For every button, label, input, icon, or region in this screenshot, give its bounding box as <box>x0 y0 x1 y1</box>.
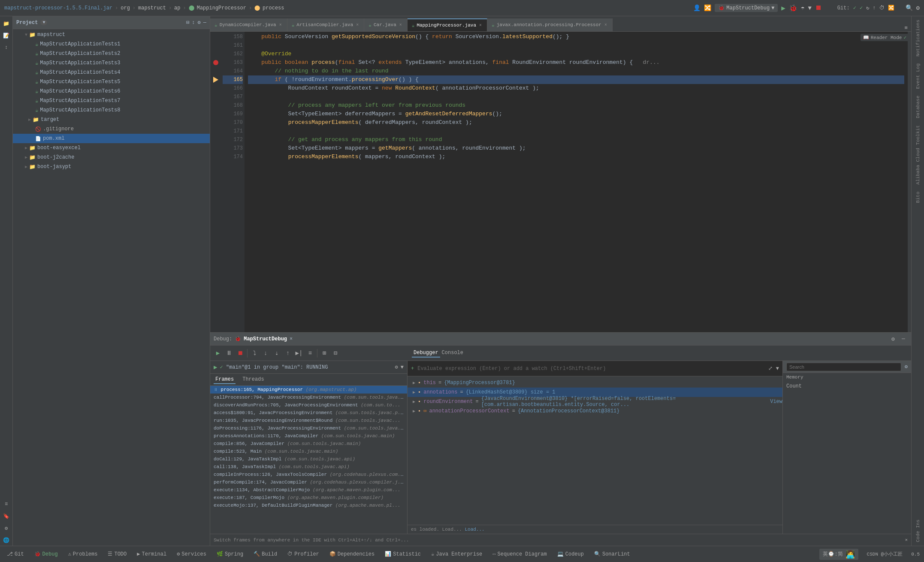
tab-javax-processor[interactable]: ☕ javax.annotation.processing.Processor … <box>487 18 613 31</box>
right-sidebar-notifications[interactable]: Notifications <box>915 16 921 60</box>
right-sidebar-alibaba[interactable]: Alibaba Cloud Toolkit <box>915 122 921 188</box>
stop-debug-btn[interactable]: ⏹ <box>235 348 245 358</box>
frame-item-10[interactable]: call:138, JavaTaskImpl (com.sun.tools.ja… <box>210 463 407 471</box>
status-todo[interactable]: ☰ TODO <box>105 550 129 558</box>
bookmarks-icon[interactable]: 🔖 <box>1 511 12 522</box>
tree-item-test3[interactable]: ☕ MapStructApplicationTests3 <box>13 58 210 68</box>
web-icon[interactable]: 🌐 <box>1 535 12 546</box>
expr-plus-icon[interactable]: + <box>411 366 414 372</box>
debug-settings-icon[interactable]: ⚙ <box>889 335 897 343</box>
status-build[interactable]: 🔨 Build <box>251 550 280 558</box>
tab-mapping-processor[interactable]: ☕ MappingProcessor.java × <box>408 18 487 31</box>
frame-item-0[interactable]: ⏸ process:165, MappingProcessor (org.map… <box>210 386 407 394</box>
project-icon[interactable]: 📁 <box>1 18 12 29</box>
var-annotation-ctx[interactable]: ▶ ▪ ∞ annotationProcessorContext = {Anno… <box>408 406 782 416</box>
tree-item-boot-easyexcel[interactable]: ▶ 📁 boot-easyexcel <box>13 143 210 153</box>
thread-filter-icon[interactable]: ⚙ <box>395 364 398 370</box>
frame-item-6[interactable]: processAnnotations:1170, JavaCompiler (c… <box>210 432 407 440</box>
right-sidebar-database[interactable]: Database <box>915 92 921 122</box>
tree-item-gitignore[interactable]: 🚫 .gitignore <box>13 124 210 134</box>
frame-item-12[interactable]: performCompile:174, JavacCompiler (org.c… <box>210 478 407 486</box>
status-debug[interactable]: 🐞 Debug <box>32 550 60 558</box>
debugger-tab[interactable]: Debugger <box>412 349 440 358</box>
commit-icon[interactable]: 📝 <box>1 30 12 41</box>
tree-item-pom[interactable]: 📄 pom.xml <box>13 134 210 143</box>
tab-close-car[interactable]: × <box>399 22 403 28</box>
step-into-btn[interactable]: ↓ <box>260 348 271 358</box>
frame-item-11[interactable]: compileInProcess:126, JavaxToolsCompiler… <box>210 471 407 478</box>
tab-close-mapping[interactable]: × <box>478 23 483 28</box>
tab-close-javax[interactable]: × <box>604 22 608 28</box>
status-terminal[interactable]: ▶ Terminal <box>134 550 169 558</box>
restore-layout-btn[interactable]: ⊞ <box>319 348 329 358</box>
expression-placeholder[interactable]: Evaluate expression (Enter) or add a wat… <box>417 366 606 372</box>
run-btn[interactable]: ▶ <box>781 4 785 12</box>
debug-minimize-icon[interactable]: ─ <box>899 335 908 343</box>
view-link[interactable]: View <box>770 399 782 405</box>
tree-item-boot-j2cache[interactable]: ▶ 📁 boot-j2cache <box>13 153 210 162</box>
pause-btn[interactable]: ⏸ <box>224 348 234 358</box>
breakpoint-dot-163[interactable] <box>213 60 218 65</box>
tree-item-test7[interactable]: ☕ MapStructApplicationTests7 <box>13 96 210 105</box>
frame-item-5[interactable]: doProcessing:1176, JavacProcessingEnviro… <box>210 424 407 432</box>
tree-item-test1[interactable]: ☕ MapStructApplicationTests1 <box>13 39 210 49</box>
step-over-btn[interactable]: ⤵ <box>249 348 260 358</box>
status-sonar[interactable]: 🔍 SonarLint <box>592 550 633 558</box>
status-codeup[interactable]: 💻 Codeup <box>555 550 586 558</box>
right-sidebar-codeins[interactable]: Code Ins <box>915 516 921 546</box>
step-out-btn[interactable]: ↑ <box>283 348 293 358</box>
tab-close-artisan[interactable]: × <box>355 22 359 28</box>
expr-dropdown-icon[interactable]: ▼ <box>776 366 779 372</box>
right-sidebar-eventlog[interactable]: Event Log <box>915 60 921 92</box>
git-history[interactable]: ⏱ <box>879 5 885 11</box>
load-link[interactable]: Load... <box>465 527 484 532</box>
git-push[interactable]: ↑ <box>873 5 876 11</box>
frame-item-3[interactable]: access$1800:91, JavacProcessingEnvironme… <box>210 409 407 417</box>
collapse-all-icon[interactable]: ⊟ <box>186 19 189 26</box>
status-profiler[interactable]: ⏱ Profiler <box>285 550 322 558</box>
tabs-more-icon[interactable]: ≡ <box>904 25 908 31</box>
search-everywhere-icon[interactable]: 🔍 <box>906 4 913 12</box>
frame-item-9[interactable]: doCall:129, JavaTaskImpl (com.sun.tools.… <box>210 455 407 463</box>
watch-settings-icon[interactable]: ⚙ <box>905 364 908 370</box>
tree-item-test6[interactable]: ☕ MapStructApplicationTests6 <box>13 87 210 96</box>
debug-close-icon[interactable]: × <box>290 336 293 342</box>
tree-item-test5[interactable]: ☕ MapStructApplicationTests5 <box>13 77 210 87</box>
status-java-enterprise[interactable]: ☕ Java Enterprise <box>429 550 485 558</box>
var-round-env[interactable]: ▶ ▪ roundEnvironment = {JavacRoundEnviro… <box>408 397 782 406</box>
right-sidebar-bito[interactable]: Bito <box>915 188 921 206</box>
editor-scrollbar[interactable] <box>908 32 911 332</box>
git-checkmark1[interactable]: ✓ <box>853 5 856 11</box>
tree-item-target[interactable]: ▶ 📁 target <box>13 115 210 124</box>
git-refresh[interactable]: ↻ <box>866 5 869 11</box>
status-sequence[interactable]: ↔ Sequence Diagram <box>490 550 549 558</box>
ai-assistant-btn[interactable]: 英⌚:简 🧑‍💻 <box>819 549 858 560</box>
settings-icon[interactable]: ⚙ <box>916 4 920 12</box>
frame-item-13[interactable]: execute:1134, AbstractCompilerMojo (org.… <box>210 486 407 494</box>
watch-search-input[interactable] <box>786 363 901 371</box>
tree-item-test4[interactable]: ☕ MapStructApplicationTests4 <box>13 68 210 77</box>
coverage-btn[interactable]: ☂ <box>801 4 804 12</box>
gear-icon[interactable]: ⚙ <box>198 19 201 26</box>
expr-expand-icon[interactable]: ⤢ <box>768 365 773 372</box>
tab-close-dynamic-compiler[interactable]: × <box>278 22 283 28</box>
frame-item-8[interactable]: compile:523, Main (com.sun.tools.javac.m… <box>210 448 407 455</box>
tab-car[interactable]: ☕ Car.java × <box>364 18 407 31</box>
force-step-into-btn[interactable]: ⇣ <box>272 348 282 358</box>
expand-icon[interactable]: ↕ <box>192 20 195 26</box>
settings2-btn[interactable]: ⊟ <box>330 348 341 358</box>
more-run-btn[interactable]: ▼ <box>808 5 811 12</box>
debug-close-btn[interactable]: × <box>905 538 908 543</box>
frames-tab[interactable]: Frames <box>214 376 236 384</box>
tree-item-test2[interactable]: ☕ MapStructApplicationTests2 <box>13 49 210 58</box>
status-services[interactable]: ⚙ Services <box>174 550 209 558</box>
threads-tab[interactable]: Threads <box>241 376 266 384</box>
run-config-dropdown[interactable]: 🐞 MapStructDebug ▼ <box>715 4 778 12</box>
structure-icon[interactable]: ≡ <box>1 499 12 510</box>
settings-sidebar-icon[interactable]: ⚙ <box>1 523 12 534</box>
status-git[interactable]: ⎇ Git <box>4 550 27 558</box>
debug-btn[interactable]: 🐞 <box>789 4 797 12</box>
git-checkmark2[interactable]: ✓ <box>860 5 863 11</box>
git-branch[interactable]: 🔀 <box>888 5 894 11</box>
vcs-icon[interactable]: 🔀 <box>704 4 711 12</box>
